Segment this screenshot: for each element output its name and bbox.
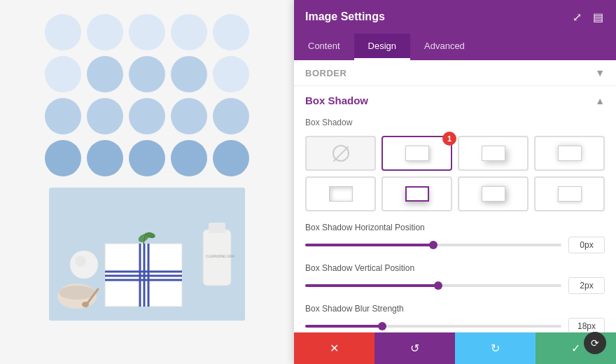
panel-header: Image Settings ⤢ ▤ [294, 0, 616, 34]
circle [87, 98, 123, 134]
border-section-title: Border [305, 68, 346, 78]
vertical-label: Box Shadow Vertical Position [305, 263, 605, 273]
box-shadow-title: Box Shadow [305, 94, 368, 106]
vertical-control [305, 277, 605, 294]
settings-panel: Image Settings ⤢ ▤ Content Design Advanc… [294, 0, 616, 364]
border-section-header[interactable]: Border ▼ [294, 60, 616, 86]
circle [45, 56, 81, 92]
shadow-option-6[interactable] [458, 176, 528, 211]
vertical-slider-thumb[interactable] [434, 281, 442, 290]
circle [171, 98, 207, 134]
shadow-option-5[interactable] [382, 176, 452, 211]
blur-label: Box Shadow Blur Strength [305, 304, 605, 314]
circle [129, 140, 165, 176]
circle [45, 140, 81, 176]
svg-point-13 [59, 286, 95, 300]
circle [87, 140, 123, 176]
selected-badge: 1 [442, 132, 456, 146]
box-shadow-chevron-icon: ▲ [595, 95, 605, 106]
circles-grid [45, 14, 249, 176]
blur-slider-fill [305, 325, 382, 328]
panel-content: Border ▼ Box Shadow ▲ Box Shadow 1 [294, 60, 616, 332]
box-shadow-section-header[interactable]: Box Shadow ▲ [294, 86, 616, 112]
tab-design[interactable]: Design [354, 34, 410, 60]
vertical-slider-track[interactable] [305, 284, 561, 287]
horizontal-control [305, 237, 605, 253]
preview-panel: CLEANSING GRA [0, 0, 294, 364]
undo-button[interactable]: ↺ [374, 332, 455, 364]
vertical-slider-fill [305, 284, 438, 287]
horizontal-slider-thumb[interactable] [429, 241, 438, 249]
no-shadow-icon [332, 145, 349, 162]
shadow-preview-5 [405, 186, 429, 202]
circle [87, 14, 123, 50]
blur-strength-row: Box Shadow Blur Strength [294, 301, 616, 332]
shadow-preview-4 [329, 186, 353, 202]
shadow-preview-3 [558, 146, 582, 161]
horizontal-position-row: Box Shadow Horizontal Position [294, 220, 616, 260]
product-image: CLEANSING GRA [49, 188, 245, 321]
circle [213, 140, 249, 176]
header-icons: ⤢ ▤ [570, 10, 605, 24]
tab-advanced[interactable]: Advanced [410, 34, 479, 60]
vertical-position-row: Box Shadow Vertical Position [294, 260, 616, 301]
circle [213, 56, 249, 92]
action-bar: ✕ ↺ ↻ ✓ [294, 332, 616, 364]
horizontal-value-input[interactable] [568, 237, 605, 253]
svg-rect-17 [209, 223, 225, 233]
redo-button[interactable]: ↻ [455, 332, 536, 364]
panels-icon[interactable]: ▤ [591, 10, 605, 24]
svg-point-20 [75, 255, 86, 267]
shadow-options-grid: 1 [294, 130, 616, 220]
svg-point-15 [82, 302, 89, 307]
vertical-value-input[interactable] [568, 277, 605, 294]
horizontal-slider-fill [305, 244, 433, 246]
settings-panel-wrapper: Image Settings ⤢ ▤ Content Design Advanc… [294, 0, 616, 364]
circle [45, 98, 81, 134]
circle [171, 140, 207, 176]
shadow-preview-6 [482, 186, 505, 202]
circle [129, 56, 165, 92]
circle [213, 14, 249, 50]
shadow-preview-7 [558, 186, 582, 202]
box-shadow-field-label: Box Shadow [294, 112, 616, 130]
horizontal-slider-track[interactable] [305, 244, 561, 246]
shadow-option-4[interactable] [305, 176, 376, 211]
panel-title: Image Settings [305, 10, 385, 23]
tabs-row: Content Design Advanced [294, 34, 616, 60]
circle [171, 56, 207, 92]
horizontal-label: Box Shadow Horizontal Position [305, 223, 605, 232]
shadow-option-7[interactable] [534, 176, 605, 211]
fullscreen-icon[interactable]: ⤢ [570, 10, 584, 24]
blur-control [305, 318, 605, 332]
shadow-preview-2 [482, 146, 505, 161]
tab-content[interactable]: Content [294, 34, 354, 60]
corner-action-icon[interactable]: ⟳ [584, 332, 606, 354]
close-button[interactable]: ✕ [294, 332, 374, 364]
circle [45, 14, 81, 50]
blur-slider-track[interactable] [305, 325, 561, 328]
circle [129, 14, 165, 50]
circle [87, 56, 123, 92]
blur-slider-thumb[interactable] [378, 322, 386, 330]
shadow-preview-1 [405, 146, 429, 161]
svg-point-21 [85, 259, 94, 267]
shadow-option-2[interactable] [458, 136, 528, 171]
circle [171, 14, 207, 50]
shadow-option-3[interactable] [534, 136, 605, 171]
shadow-option-1[interactable]: 1 [382, 136, 452, 171]
circle [213, 98, 249, 134]
shadow-option-none[interactable] [305, 136, 376, 171]
blur-value-input[interactable] [568, 318, 605, 332]
circle [129, 98, 165, 134]
border-chevron-icon: ▼ [595, 67, 605, 78]
svg-text:CLEANSING GRA: CLEANSING GRA [206, 254, 235, 258]
